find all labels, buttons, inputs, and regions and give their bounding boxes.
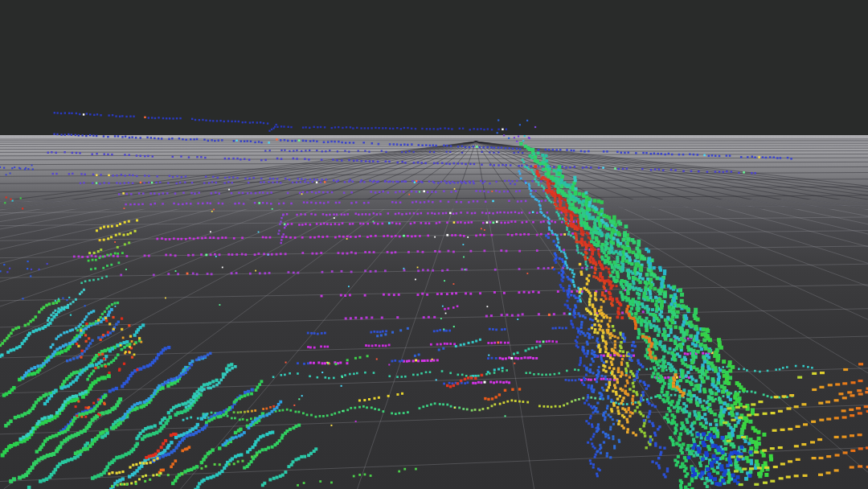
lidar-3d-viewport[interactable]	[0, 0, 868, 489]
pointcloud-canvas[interactable]	[0, 0, 868, 489]
